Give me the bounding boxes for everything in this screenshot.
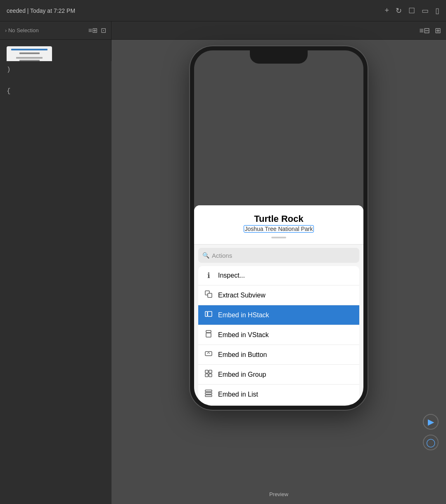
embed-list-icon	[204, 390, 213, 399]
menu-item-inspect[interactable]: ℹ Inspect...	[198, 266, 359, 285]
popup-card: Turtle Rock Joshua Tree National Park 🔍 …	[194, 205, 363, 406]
main-toolbar: ≡⊟ ⊞	[112, 21, 446, 40]
sidebar-header: › No Selection ≡⊞ ⊡	[0, 21, 111, 40]
monitor-icon[interactable]: ▭	[422, 6, 429, 15]
menu-item-embed-list[interactable]: Embed in List	[198, 385, 359, 404]
svg-rect-2	[205, 311, 207, 316]
embed-hstack-icon	[204, 310, 213, 320]
main-canvas: ≡⊟ ⊞ Turtle Rock Joshua Tree National Pa…	[112, 21, 446, 504]
list-icon[interactable]: ≡⊞	[88, 26, 97, 34]
svg-rect-3	[208, 311, 212, 316]
phone-icon[interactable]: ▯	[435, 6, 439, 15]
title-bar: ceeded | Today at 7:22 PM + ↻ ☐ ▭ ▯	[0, 0, 446, 21]
phone-frame: Turtle Rock Joshua Tree National Park 🔍 …	[190, 46, 368, 410]
menu-item-embed-hstack-label: Embed in HStack	[218, 311, 269, 319]
list-view-icon[interactable]: ≡⊟	[419, 26, 430, 35]
popup-subtitle: Joshua Tree National Park	[244, 225, 314, 233]
search-bar[interactable]: 🔍 Actions	[198, 248, 359, 263]
menu-item-embed-group-label: Embed in Group	[218, 371, 266, 378]
svg-rect-1	[208, 293, 212, 297]
device-button[interactable]: ◯	[423, 435, 439, 450]
svg-rect-4	[206, 330, 211, 333]
extract-icon	[204, 290, 213, 300]
popup-title: Turtle Rock	[201, 214, 357, 224]
redo-icon[interactable]: ↻	[396, 6, 402, 15]
menu-item-embed-button-label: Embed in Button	[218, 351, 267, 359]
svg-rect-10	[209, 374, 212, 377]
menu-item-inspect-label: Inspect...	[218, 272, 245, 279]
menu-item-embed-button[interactable]: Embed in Button	[198, 345, 359, 365]
menu-item-embed-group[interactable]: Embed in Group	[198, 365, 359, 385]
search-icon: 🔍	[202, 252, 209, 259]
svg-rect-13	[205, 395, 212, 397]
popup-header: Turtle Rock Joshua Tree National Park	[194, 205, 363, 245]
preview-label: Preview	[269, 491, 288, 497]
menu-item-extract[interactable]: Extract Subview	[198, 285, 359, 305]
code-line-1: )	[7, 66, 105, 74]
play-button[interactable]: ▶	[423, 414, 439, 430]
menu-item-extract-label: Extract Subview	[218, 292, 266, 299]
sidebar-toggle-icon[interactable]: ⊡	[101, 26, 106, 34]
svg-rect-5	[206, 333, 211, 337]
code-area: ) {	[0, 61, 112, 504]
svg-rect-11	[205, 390, 212, 392]
search-placeholder: Actions	[212, 252, 232, 259]
menu-item-embed-hstack[interactable]: Embed in HStack	[198, 305, 359, 325]
code-line-2	[7, 77, 105, 84]
square-icon[interactable]: ☐	[408, 6, 415, 15]
panel-icon[interactable]: ⊞	[435, 26, 441, 35]
actions-menu: ℹ Inspect... Extract Subview	[198, 266, 359, 404]
plus-icon[interactable]: +	[384, 6, 389, 15]
embed-group-icon	[204, 370, 213, 379]
svg-rect-12	[205, 392, 212, 394]
sidebar: › No Selection ≡⊞ ⊡ ) {	[0, 21, 112, 504]
menu-item-embed-list-label: Embed in List	[218, 391, 258, 398]
inspect-icon: ℹ	[204, 271, 213, 280]
phone-notch	[250, 50, 308, 64]
svg-rect-7	[205, 370, 208, 373]
menu-item-embed-vstack-label: Embed in VStack	[218, 331, 269, 339]
embed-vstack-icon	[204, 330, 213, 340]
drag-handle	[201, 233, 357, 240]
embed-button-icon	[204, 350, 213, 359]
no-selection-label: › No Selection	[5, 27, 39, 33]
svg-rect-9	[205, 374, 208, 377]
code-line-3: {	[7, 88, 105, 95]
title-bar-controls: + ↻ ☐ ▭ ▯	[384, 6, 439, 15]
phone-screen: Turtle Rock Joshua Tree National Park 🔍 …	[194, 50, 363, 406]
menu-item-embed-vstack[interactable]: Embed in VStack	[198, 325, 359, 345]
title-bar-title: ceeded | Today at 7:22 PM	[7, 7, 378, 14]
svg-rect-8	[209, 370, 212, 373]
